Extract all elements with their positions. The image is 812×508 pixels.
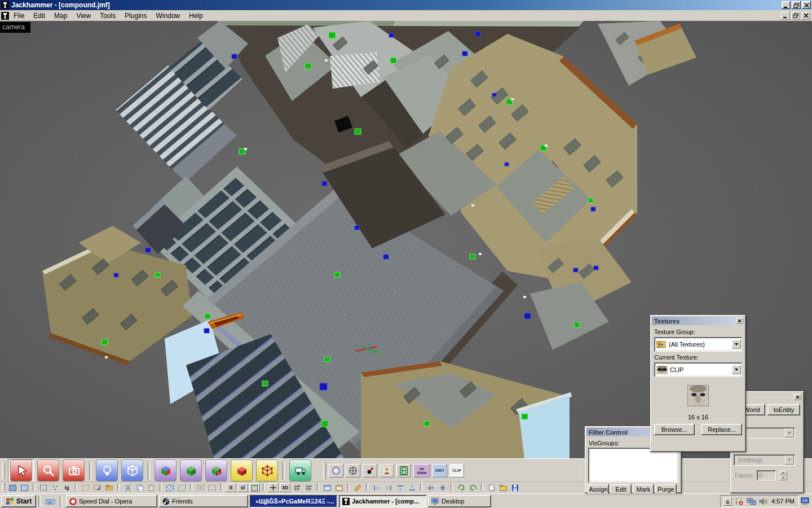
quick-launch-keyboard-button[interactable] bbox=[43, 498, 58, 505]
purge-button[interactable]: Purge bbox=[655, 484, 677, 493]
marquee-x-icon[interactable]: x bbox=[195, 483, 206, 492]
copy-icon[interactable] bbox=[134, 483, 145, 492]
texture-replace-button[interactable] bbox=[205, 459, 227, 481]
folder-icon[interactable] bbox=[104, 483, 114, 492]
align-bottom-icon[interactable] bbox=[407, 483, 417, 492]
menu-file[interactable]: File bbox=[9, 11, 29, 21]
paste-icon[interactable] bbox=[146, 483, 157, 492]
clip-texture-button[interactable]: CLIP bbox=[449, 464, 464, 478]
path-tool-button[interactable] bbox=[289, 459, 311, 481]
point-entity-button[interactable] bbox=[363, 464, 377, 478]
start-button[interactable]: Start bbox=[1, 495, 36, 507]
block-tool-button[interactable] bbox=[121, 459, 143, 481]
visgroups-list[interactable] bbox=[588, 448, 678, 483]
texture-lock-icon[interactable]: tl bbox=[226, 483, 236, 492]
minimize-button[interactable] bbox=[782, 1, 791, 9]
crosshair-grid-icon[interactable] bbox=[268, 483, 279, 492]
show-desktop-button[interactable] bbox=[799, 497, 811, 505]
ignore-groups-icon[interactable]: ig bbox=[61, 483, 72, 492]
save-document-icon[interactable] bbox=[510, 483, 520, 492]
selection-tool-button[interactable] bbox=[10, 459, 32, 481]
current-texture-select[interactable]: CLIP bbox=[654, 362, 742, 377]
menu-help[interactable]: Help bbox=[184, 11, 208, 21]
3d-views-icon[interactable]: 3D bbox=[280, 483, 290, 492]
task-desktop[interactable]: Desktop bbox=[428, 495, 491, 507]
save-window-state-icon[interactable] bbox=[334, 483, 345, 492]
hide-icons-chevron-icon[interactable] bbox=[723, 497, 732, 506]
camera-tool-button[interactable] bbox=[63, 459, 85, 481]
spinner-down-icon[interactable] bbox=[779, 476, 787, 480]
dashed-square-icon[interactable] bbox=[38, 483, 48, 492]
browse-button[interactable]: Browse... bbox=[654, 424, 695, 435]
chevron-down-icon[interactable] bbox=[732, 340, 741, 349]
load-window-state-icon[interactable] bbox=[322, 483, 333, 492]
to-entity-button[interactable]: toEntity bbox=[767, 404, 800, 415]
menu-map[interactable]: Map bbox=[50, 11, 72, 21]
grid-smaller-icon[interactable] bbox=[292, 483, 302, 492]
cut-icon[interactable] bbox=[122, 483, 133, 492]
magnify-tool-button[interactable] bbox=[37, 459, 59, 481]
dotted-points-icon[interactable] bbox=[50, 483, 60, 492]
chevron-down-icon[interactable] bbox=[732, 365, 741, 374]
flip-horizontal-icon[interactable] bbox=[425, 483, 436, 492]
blue-square-icon[interactable] bbox=[7, 483, 18, 492]
open-document-icon[interactable] bbox=[498, 483, 509, 492]
sphere-view-button[interactable] bbox=[329, 464, 343, 478]
texture-apply-button[interactable] bbox=[155, 459, 176, 481]
task-steam-chat[interactable]: «ЩβĜŠ»PcGaMeRΞ24Ξ -... bbox=[250, 495, 337, 507]
child-minimize-button[interactable] bbox=[781, 12, 790, 20]
menu-window[interactable]: Window bbox=[152, 11, 185, 21]
axis-sphere-button[interactable] bbox=[346, 464, 360, 478]
task-opera[interactable]: Speed Dial - Opera bbox=[66, 495, 157, 507]
clipping-tool-button[interactable] bbox=[231, 459, 253, 481]
edit-button[interactable]: Edit bbox=[610, 484, 632, 493]
menu-tools[interactable]: Tools bbox=[95, 11, 120, 21]
faces-input[interactable]: 0 bbox=[757, 470, 776, 480]
assign-button[interactable]: Assign bbox=[588, 484, 609, 493]
menu-edit[interactable]: Edit bbox=[29, 11, 50, 21]
entity-class-select[interactable]: (nothing) bbox=[734, 454, 795, 466]
textures-close-icon[interactable]: ✕ bbox=[736, 318, 743, 324]
flip-vertical-icon[interactable] bbox=[437, 483, 448, 492]
animation-button[interactable] bbox=[396, 464, 411, 478]
rotate-cw-icon[interactable] bbox=[456, 483, 466, 492]
close-button[interactable] bbox=[802, 1, 811, 9]
menu-view[interactable]: View bbox=[72, 11, 95, 21]
entity-tool-button[interactable] bbox=[96, 459, 118, 481]
child-restore-button[interactable] bbox=[791, 12, 800, 20]
apply-current-texture-button[interactable] bbox=[180, 459, 202, 481]
restore-button[interactable] bbox=[792, 1, 801, 9]
spinner-up-icon[interactable] bbox=[779, 471, 787, 475]
menu-plugins[interactable]: Plugins bbox=[120, 11, 151, 21]
marquee-icon[interactable] bbox=[207, 483, 218, 492]
hatch-carve-icon[interactable] bbox=[165, 483, 175, 492]
texture-group-select[interactable]: (All Textures) bbox=[654, 337, 742, 352]
hint-texture-button[interactable]: HINT bbox=[433, 464, 447, 478]
nodraw-texture-button[interactable]: nodraw bbox=[413, 464, 430, 478]
blue-square-icon-2[interactable] bbox=[19, 483, 30, 492]
object-bar-close-icon[interactable]: ✕ bbox=[794, 394, 801, 400]
chevron-down-icon[interactable] bbox=[785, 456, 794, 465]
rotate-ccw-icon[interactable] bbox=[467, 483, 478, 492]
mark-button[interactable]: Mark bbox=[633, 484, 654, 493]
grid-larger-icon[interactable] bbox=[303, 483, 314, 492]
viewport-camera-label[interactable]: camera bbox=[0, 22, 30, 33]
chevron-down-icon[interactable] bbox=[785, 428, 794, 437]
align-left-icon[interactable] bbox=[371, 483, 382, 492]
vertex-tool-button[interactable] bbox=[256, 459, 278, 481]
volume-icon[interactable] bbox=[759, 498, 767, 505]
new-document-icon[interactable] bbox=[486, 483, 497, 492]
toolbar-grip[interactable] bbox=[2, 483, 5, 491]
model-view-button[interactable] bbox=[379, 464, 394, 478]
align-top-icon[interactable] bbox=[395, 483, 405, 492]
orange-dotted-icon[interactable] bbox=[80, 483, 91, 492]
child-close-button[interactable] bbox=[801, 12, 810, 20]
orange-dotted-arrow-icon[interactable] bbox=[92, 483, 103, 492]
pencil-edit-icon[interactable] bbox=[352, 483, 363, 492]
align-right-icon[interactable] bbox=[383, 483, 394, 492]
security-alert-flag-icon[interactable] bbox=[735, 497, 744, 505]
dashed-polygon-icon[interactable] bbox=[176, 483, 187, 492]
toolbar-grip[interactable] bbox=[323, 462, 326, 479]
replace-button[interactable]: Replace... bbox=[701, 424, 742, 435]
network-icon[interactable] bbox=[747, 498, 756, 505]
